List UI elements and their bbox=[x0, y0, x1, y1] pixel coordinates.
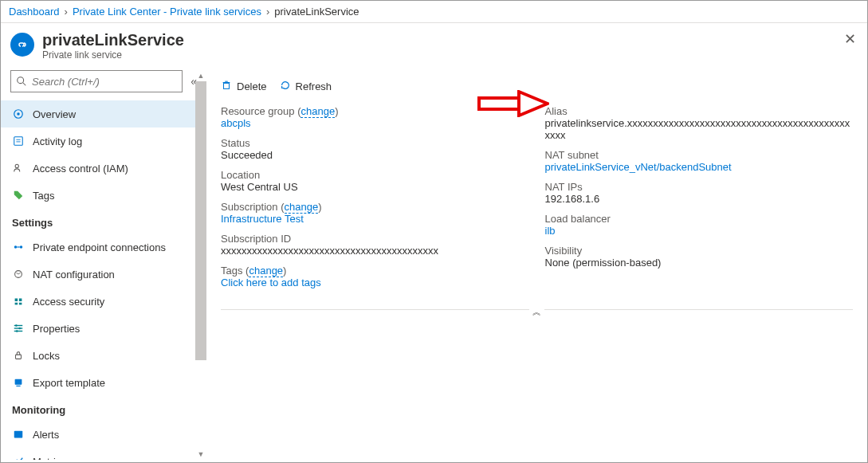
nav-private-endpoint-connections[interactable]: Private endpoint connections bbox=[1, 233, 206, 261]
svg-rect-13 bbox=[19, 299, 22, 302]
subscription-id-value: xxxxxxxxxxxxxxxxxxxxxxxxxxxxxxxxxxxxxxxx… bbox=[221, 245, 529, 257]
tags-icon bbox=[12, 189, 25, 202]
svg-point-7 bbox=[15, 164, 18, 167]
nat-ips-value: 192.168.1.6 bbox=[545, 193, 854, 205]
svg-rect-15 bbox=[19, 303, 22, 305]
nav-label: Access security bbox=[33, 296, 104, 308]
svg-point-21 bbox=[16, 330, 18, 332]
status-label: Status bbox=[221, 137, 529, 149]
nav-access-security[interactable]: Access security bbox=[1, 288, 206, 315]
access-control-icon bbox=[12, 162, 25, 175]
essentials-collapse[interactable]: ︽ bbox=[221, 309, 853, 323]
crumb-dashboard[interactable]: Dashboard bbox=[9, 6, 60, 18]
nat-subnet-value[interactable]: privateLinkService_vNet/backendSubnet bbox=[545, 161, 854, 173]
nav-label: Metrics bbox=[33, 456, 66, 461]
nav-tags[interactable]: Tags bbox=[1, 182, 206, 209]
nav-label: Properties bbox=[33, 323, 80, 335]
tags-label: Tags bbox=[221, 265, 242, 277]
endpoint-icon bbox=[12, 241, 25, 253]
svg-rect-25 bbox=[14, 431, 23, 438]
nav-alerts[interactable]: Alerts bbox=[1, 421, 206, 448]
export-icon bbox=[12, 376, 25, 389]
section-settings: Settings bbox=[1, 209, 206, 233]
lock-icon bbox=[12, 349, 25, 362]
alias-value: privatelinkservice.xxxxxxxxxxxxxxxxxxxxx… bbox=[545, 117, 854, 141]
tags-value[interactable]: Click here to add tags bbox=[221, 277, 529, 288]
svg-rect-4 bbox=[14, 137, 23, 146]
resource-icon bbox=[10, 33, 34, 57]
svg-rect-22 bbox=[16, 355, 22, 359]
crumb-private-link-center[interactable]: Private Link Center - Private link servi… bbox=[73, 6, 261, 18]
page-title: privateLinkService bbox=[42, 31, 184, 49]
scroll-thumb[interactable] bbox=[195, 81, 206, 360]
svg-point-0 bbox=[18, 77, 24, 84]
change-tags-link[interactable]: change bbox=[249, 265, 283, 277]
svg-point-19 bbox=[15, 324, 18, 327]
page-subtitle: Private link service bbox=[42, 49, 184, 61]
nav-label: Overview bbox=[33, 108, 76, 120]
nat-subnet-label: NAT subnet bbox=[545, 149, 854, 161]
load-balancer-value[interactable]: ilb bbox=[545, 225, 854, 237]
visibility-value: None (permission-based) bbox=[545, 257, 854, 269]
svg-rect-14 bbox=[15, 303, 18, 305]
nav-list: Overview Activity log Access control (IA… bbox=[1, 100, 206, 460]
essentials-panel: Resource group (change) abcpls Status Su… bbox=[206, 102, 867, 304]
search-input[interactable] bbox=[32, 76, 177, 88]
nav-label: Private endpoint connections bbox=[33, 241, 166, 253]
nat-ips-label: NAT IPs bbox=[545, 181, 854, 193]
search-input-wrapper[interactable] bbox=[10, 70, 183, 92]
nat-icon bbox=[12, 268, 25, 281]
overview-icon bbox=[12, 108, 25, 120]
status-value: Succeeded bbox=[221, 149, 529, 161]
essentials-right: Alias privatelinkservice.xxxxxxxxxxxxxxx… bbox=[545, 105, 854, 296]
subscription-label: Subscription bbox=[221, 201, 278, 213]
subscription-value[interactable]: Infrastructure Test bbox=[221, 213, 529, 225]
nav-activity-log[interactable]: Activity log bbox=[1, 128, 206, 155]
svg-rect-26 bbox=[224, 83, 230, 88]
scroll-down-icon[interactable]: ▼ bbox=[195, 449, 206, 460]
activity-log-icon bbox=[12, 135, 25, 147]
chevron-right-icon: › bbox=[266, 6, 269, 18]
svg-point-9 bbox=[20, 245, 23, 249]
delete-button[interactable]: Delete bbox=[221, 80, 267, 93]
nav-locks[interactable]: Locks bbox=[1, 342, 206, 369]
svg-line-1 bbox=[23, 83, 26, 86]
visibility-label: Visibility bbox=[545, 245, 854, 257]
content-pane: Delete Refresh Resource group (change) a… bbox=[206, 70, 867, 460]
nav-overview[interactable]: Overview bbox=[1, 100, 206, 128]
close-button[interactable]: ✕ bbox=[842, 31, 858, 47]
resource-group-label: Resource group bbox=[221, 105, 295, 117]
nav-label: Access control (IAM) bbox=[33, 163, 128, 175]
blade-header: privateLinkService Private link service … bbox=[1, 23, 867, 70]
svg-point-3 bbox=[17, 112, 20, 116]
nav-label: Export template bbox=[33, 377, 105, 389]
properties-icon bbox=[12, 322, 25, 335]
nav-label: Locks bbox=[33, 350, 60, 362]
search-icon bbox=[16, 76, 27, 87]
nav-nat-configuration[interactable]: NAT configuration bbox=[1, 261, 206, 288]
scroll-up-icon[interactable]: ▲ bbox=[195, 70, 206, 81]
svg-point-20 bbox=[18, 328, 21, 330]
sidebar: « Overview Activity log Access control (… bbox=[1, 70, 206, 460]
chevron-up-icon: ︽ bbox=[529, 306, 544, 318]
nav-export-template[interactable]: Export template bbox=[1, 369, 206, 396]
nav-label: NAT configuration bbox=[33, 269, 115, 281]
change-resource-group-link[interactable]: change bbox=[300, 105, 335, 118]
change-subscription-link[interactable]: change bbox=[285, 201, 319, 214]
nav-label: Activity log bbox=[33, 135, 82, 147]
resource-group-value[interactable]: abcpls bbox=[221, 117, 529, 129]
scrollbar[interactable]: ▲ ▼ bbox=[195, 70, 206, 460]
crumb-current: privateLinkService bbox=[274, 6, 359, 18]
location-label: Location bbox=[221, 169, 529, 181]
nav-properties[interactable]: Properties bbox=[1, 315, 206, 342]
delete-icon bbox=[221, 80, 232, 93]
nav-access-control[interactable]: Access control (IAM) bbox=[1, 155, 206, 182]
alerts-icon bbox=[12, 428, 25, 441]
svg-rect-12 bbox=[15, 299, 18, 302]
security-icon bbox=[12, 295, 25, 308]
essentials-left: Resource group (change) abcpls Status Su… bbox=[221, 105, 529, 296]
refresh-label: Refresh bbox=[296, 80, 332, 92]
load-balancer-label: Load balancer bbox=[545, 213, 854, 225]
nav-metrics[interactable]: Metrics bbox=[1, 448, 206, 460]
refresh-button[interactable]: Refresh bbox=[280, 80, 332, 93]
